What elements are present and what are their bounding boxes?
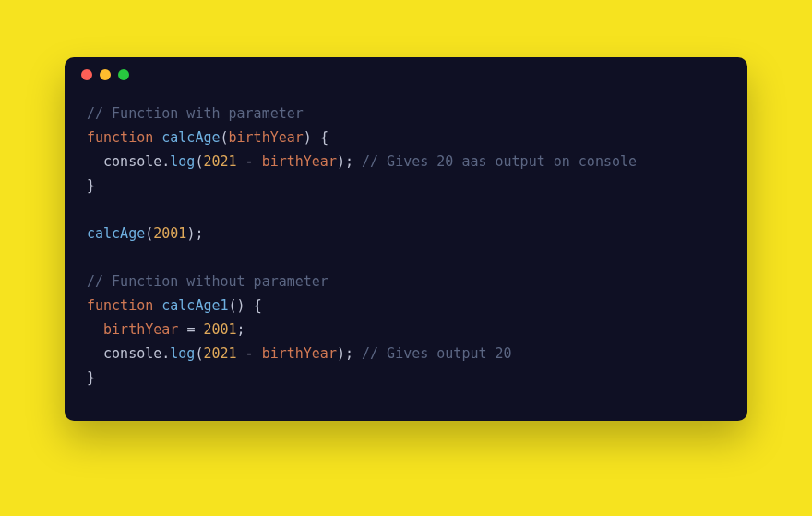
code-punct: . [161,153,170,170]
code-punct: { [320,129,328,146]
code-punct: ) [237,297,245,314]
code-punct: } [87,177,95,194]
code-parameter: birthYear [229,129,304,146]
code-window: // Function with parameter function calc… [65,57,747,421]
code-punct: ; [237,321,245,338]
code-operator: - [245,153,254,170]
code-block: // Function with parameter function calc… [65,92,747,421]
code-punct: . [161,345,170,362]
code-number: 2021 [203,153,236,170]
code-punct: ) [304,129,312,146]
traffic-light-zoom-icon[interactable] [118,69,129,80]
code-punct: ; [195,225,203,242]
code-number: 2001 [203,321,236,338]
code-identifier: birthYear [103,321,178,338]
code-comment: // Gives output 20 [362,345,512,362]
code-operator: - [245,345,254,362]
code-identifier: console [103,153,161,170]
code-punct: { [254,297,262,314]
code-punct: } [87,369,95,386]
code-function-name: calcAge1 [161,297,228,314]
code-function-call: calcAge [87,225,145,242]
code-punct: ; [345,345,353,362]
code-punct: ( [221,129,229,146]
code-identifier: birthYear [262,345,337,362]
traffic-light-minimize-icon[interactable] [100,69,111,80]
window-titlebar [65,57,747,92]
code-operator: = [186,321,195,338]
code-comment: // Gives 20 aas output on console [362,153,637,170]
code-punct: ( [145,225,153,242]
code-identifier: birthYear [262,153,337,170]
code-punct: ) [337,345,345,362]
code-method: log [170,153,195,170]
code-function-name: calcAge [161,129,220,146]
code-punct: ( [229,297,237,314]
code-punct: ; [345,153,353,170]
code-identifier: console [103,345,161,362]
code-number: 2001 [153,225,186,242]
code-comment: // Function with parameter [87,105,304,122]
code-number: 2021 [203,345,236,362]
code-comment: // Function without parameter [87,273,328,290]
code-keyword: function [87,297,153,314]
code-punct: ) [337,153,345,170]
code-method: log [170,345,195,362]
code-keyword: function [87,129,153,146]
traffic-light-close-icon[interactable] [81,69,92,80]
